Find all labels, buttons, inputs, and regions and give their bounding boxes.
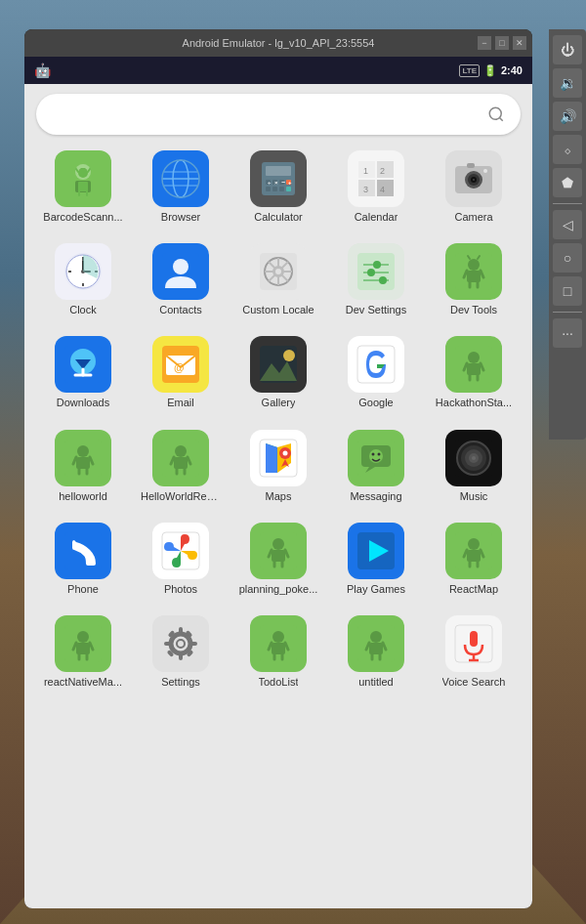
close-button[interactable]: ✕ — [513, 36, 526, 50]
svg-rect-149 — [467, 550, 481, 562]
window-controls: − □ ✕ — [478, 36, 526, 50]
app-browser[interactable]: Browser — [137, 143, 225, 231]
svg-point-148 — [468, 538, 480, 550]
search-input[interactable] — [52, 106, 487, 122]
email-icon: @ — [152, 336, 209, 393]
app-label: Google — [358, 397, 393, 409]
svg-rect-46 — [467, 163, 475, 168]
app-voicesearch[interactable]: Voice Search — [430, 608, 518, 696]
app-hackathon[interactable]: HackathonSta... — [430, 328, 518, 417]
svg-point-111 — [175, 445, 187, 457]
minimize-button[interactable]: − — [478, 36, 491, 50]
app-screen: BarcodeScann... Browser — [24, 84, 532, 908]
svg-rect-26 — [286, 187, 291, 191]
app-label: HelloWorldRea... — [141, 490, 221, 503]
app-settings[interactable]: Settings — [137, 608, 225, 696]
rotate-button[interactable]: ⬦ — [553, 135, 582, 164]
camera-icon — [445, 150, 502, 207]
home-button[interactable]: ○ — [553, 243, 582, 273]
app-label: Downloads — [57, 397, 109, 409]
reactnative-icon — [55, 615, 111, 672]
app-untitled[interactable]: untitled — [332, 608, 420, 696]
time-display: 2:40 — [501, 64, 523, 76]
lte-badge: LTE — [459, 64, 480, 77]
divider — [553, 203, 582, 204]
app-label: Dev Settings — [346, 304, 406, 316]
svg-point-104 — [77, 445, 89, 457]
app-helloworldreact[interactable]: HelloWorldRea... — [137, 422, 225, 511]
app-reactmap[interactable]: ReactMap — [430, 515, 518, 604]
app-dev-tools[interactable]: Dev Tools — [430, 235, 518, 324]
app-music[interactable]: Music — [430, 422, 518, 511]
app-google[interactable]: Google — [332, 328, 420, 417]
app-reactnative[interactable]: reactNativeMa... — [39, 608, 127, 696]
svg-point-94 — [283, 350, 295, 361]
rotate2-button[interactable]: ⬟ — [553, 168, 582, 197]
more-button[interactable]: ··· — [553, 318, 582, 348]
app-photos[interactable]: Photos — [137, 515, 225, 604]
custom-locale-icon — [250, 243, 307, 300]
app-contacts[interactable]: Contacts — [137, 235, 225, 324]
app-custom-locale[interactable]: Custom Locale — [234, 235, 322, 324]
maximize-button[interactable]: □ — [495, 36, 509, 50]
reactmap-icon — [445, 523, 502, 579]
svg-point-47 — [483, 169, 487, 173]
volume-up-button[interactable]: 🔊 — [553, 102, 582, 131]
app-clock[interactable]: Clock — [39, 235, 127, 324]
app-email[interactable]: @ Email — [137, 328, 225, 417]
gallery-icon — [250, 336, 307, 393]
svg-rect-24 — [272, 187, 277, 191]
svg-marker-120 — [266, 443, 277, 473]
dev-tools-icon — [445, 243, 502, 300]
app-phone[interactable]: Phone — [39, 515, 127, 604]
app-playgames[interactable]: Play Games — [332, 515, 420, 604]
contacts-icon — [152, 243, 209, 300]
app-camera[interactable]: Camera — [430, 143, 518, 231]
svg-point-155 — [77, 631, 89, 643]
svg-rect-112 — [174, 457, 188, 469]
app-gallery[interactable]: Gallery — [234, 328, 322, 417]
app-grid: BarcodeScann... Browser — [24, 143, 532, 899]
app-maps[interactable]: Maps — [234, 422, 322, 511]
svg-rect-163 — [179, 627, 183, 634]
svg-point-139 — [272, 538, 284, 550]
app-todolist[interactable]: TodoList — [234, 608, 322, 696]
svg-point-181 — [370, 631, 382, 643]
app-row-5: Phone Photos — [34, 515, 523, 604]
app-row-2: Clock Contacts — [34, 235, 523, 324]
app-helloworld[interactable]: helloworld — [39, 422, 127, 511]
untitled-icon — [348, 615, 404, 672]
svg-point-127 — [372, 452, 375, 455]
helloworld-icon — [55, 430, 111, 486]
power-button[interactable]: ⏻ — [553, 35, 582, 64]
barcodescanner-icon — [55, 150, 111, 207]
side-panel: ⏻ 🔉 🔊 ⬦ ⬟ ◁ ○ □ ··· — [549, 29, 586, 440]
app-label: TodoList — [259, 676, 299, 689]
volume-down-button[interactable]: 🔉 — [553, 68, 582, 98]
app-label: Calendar — [355, 211, 398, 224]
back-button[interactable]: ◁ — [553, 210, 582, 239]
app-label: Calculator — [254, 211, 303, 224]
app-downloads[interactable]: Downloads — [39, 328, 127, 417]
app-calendar[interactable]: 1 2 3 4 Calendar — [332, 143, 420, 231]
svg-rect-98 — [467, 363, 481, 375]
app-label: Clock — [69, 304, 97, 316]
app-calculator[interactable]: ÷ × − + Calculator — [234, 143, 322, 231]
app-label: Maps — [266, 490, 292, 503]
app-dev-settings[interactable]: Dev Settings — [332, 235, 420, 324]
divider2 — [553, 312, 582, 313]
app-label: Custom Locale — [242, 304, 314, 316]
status-bar: 🤖 LTE 🔋 2:40 — [24, 57, 532, 84]
app-messaging[interactable]: Messaging — [332, 422, 420, 511]
app-planning[interactable]: planning_poke... — [234, 515, 322, 604]
svg-rect-165 — [164, 642, 171, 646]
search-bar[interactable] — [36, 94, 521, 135]
svg-point-134 — [472, 456, 476, 460]
settings-icon — [152, 615, 209, 672]
svg-text:3: 3 — [363, 185, 368, 194]
app-barcodescanner[interactable]: BarcodeScann... — [39, 143, 127, 231]
recents-button[interactable]: □ — [553, 276, 582, 306]
svg-text:−: − — [281, 179, 285, 186]
svg-rect-25 — [279, 187, 284, 191]
svg-rect-18 — [266, 166, 291, 176]
